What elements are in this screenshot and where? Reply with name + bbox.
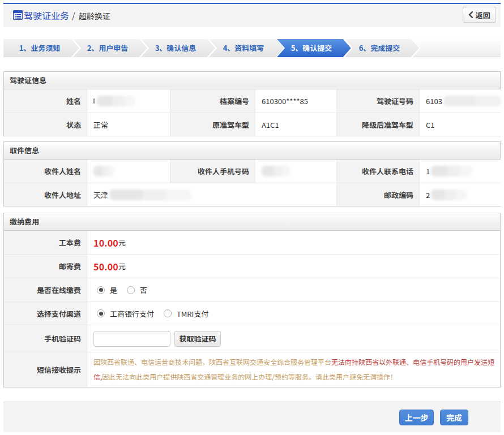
radio-yes[interactable] — [97, 286, 105, 294]
license-info-row: 状态 正常 原准驾车型 A1C1 降级后准驾车型 C1 — [4, 113, 500, 136]
wizard-step-4[interactable]: 4、资料填写 — [207, 39, 283, 57]
fee-row-sms-code: 手机验证码 获取验证码 — [4, 325, 500, 352]
finish-button[interactable]: 完成 — [440, 410, 468, 425]
field-value-card-fee: 10.00元 — [87, 231, 500, 254]
field-value-license-number: 6103 — [419, 89, 501, 113]
fees-panel: 缴纳费用 工本费 10.00元 邮寄费 50.00元 是否在线缴费 是 否 选择… — [3, 213, 501, 387]
pay-channel-option-icbc[interactable]: 工商银行支付 — [97, 308, 154, 319]
fee-row-pay-channel: 选择支付渠道 工商银行支付 TMRI支付 — [4, 302, 500, 325]
field-value-recipient-name — [87, 160, 170, 183]
step-wizard: 1、业务须知 2、用户申告 3、确认信息 4、资料填写 5、确认提交 6、完成提… — [3, 39, 501, 57]
wizard-step-5[interactable]: 5、确认提交 — [275, 39, 351, 57]
field-value-recipient-phone: 1 — [419, 160, 501, 183]
redacted-text — [443, 96, 501, 106]
back-button[interactable]: 返回 — [463, 7, 496, 23]
field-value-online-pay: 是 否 — [87, 278, 500, 302]
fee-row-card: 工本费 10.00元 — [4, 231, 500, 254]
breadcrumb-separator: / — [72, 4, 75, 27]
field-label-original-class: 原准驾车型 — [170, 113, 255, 136]
wizard-step-6[interactable]: 6、完成提交 — [343, 39, 419, 57]
wizard-step-2[interactable]: 2、用户申告 — [71, 39, 147, 57]
redacted-text — [431, 166, 472, 176]
field-label-sms-code: 手机验证码 — [4, 325, 87, 352]
field-value-postage-fee: 50.00元 — [87, 254, 500, 278]
field-label-license-number: 驾驶证号码 — [336, 89, 419, 113]
fee-row-postage: 邮寄费 50.00元 — [4, 254, 500, 278]
field-label-recipient-address: 收件人地址 — [4, 183, 87, 206]
license-info-panel-title: 驾驶证信息 — [4, 72, 500, 89]
field-label-recipient-mobile: 收件人手机号码 — [170, 160, 255, 183]
field-value-postal-code: 2 — [419, 183, 501, 206]
radio-no[interactable] — [127, 286, 135, 294]
pickup-info-row: 收件人地址 天津 邮政编码 2 — [4, 183, 500, 206]
field-label-online-pay: 是否在线缴费 — [4, 278, 87, 302]
footer-bar: 上一步 完成 — [3, 402, 501, 432]
wizard-step-3[interactable]: 3、确认信息 — [139, 39, 215, 57]
redacted-text — [431, 189, 467, 200]
field-label-status: 状态 — [4, 113, 87, 136]
fee-row-online-pay: 是否在线缴费 是 否 — [4, 278, 500, 302]
card-fee-unit: 元 — [118, 237, 126, 248]
redacted-text — [93, 98, 95, 104]
fee-row-sms-notice: 短信接收提示 因陕西省联通、电信运营商技术问题，陕西省互联网交通安全综合服务管理… — [4, 352, 500, 387]
postage-fee-amount: 50.00 — [93, 260, 118, 273]
license-info-row: 姓名 档案编号 610300****85 驾驶证号码 6103 — [4, 89, 500, 113]
field-label-recipient-phone: 收件人联系电话 — [336, 160, 419, 183]
pickup-info-row: 收件人姓名 收件人手机号码 收件人联系电话 1 — [4, 160, 500, 183]
field-label-recipient-name: 收件人姓名 — [4, 160, 87, 183]
postage-fee-unit: 元 — [118, 261, 126, 272]
field-value-recipient-address: 天津 — [87, 183, 336, 206]
field-label-sms-notice: 短信接收提示 — [4, 352, 87, 387]
field-label-pay-channel: 选择支付渠道 — [4, 302, 87, 325]
field-value-name — [87, 89, 170, 113]
field-value-pay-channel: 工商银行支付 TMRI支付 — [87, 302, 500, 325]
get-sms-code-button[interactable]: 获取验证码 — [174, 331, 221, 347]
field-value-downgraded-class: C1 — [419, 113, 501, 136]
online-pay-option-yes[interactable]: 是 — [97, 285, 117, 295]
pay-channel-option-tmri[interactable]: TMRI支付 — [164, 308, 208, 319]
redacted-text — [262, 166, 290, 176]
field-label-card-fee: 工本费 — [4, 231, 87, 254]
redacted-text — [109, 189, 191, 200]
page-header: 驾驶证业务 / 超龄换证 返回 — [3, 4, 501, 27]
fees-panel-title: 缴纳费用 — [4, 213, 500, 231]
field-label-file-number: 档案编号 — [170, 89, 255, 113]
radio-icbc[interactable] — [97, 309, 105, 317]
pickup-info-panel-title: 取件信息 — [4, 142, 500, 160]
radio-tmri[interactable] — [164, 309, 172, 317]
field-label-name: 姓名 — [4, 89, 87, 113]
page-title: 驾驶证业务 — [24, 4, 69, 27]
field-label-postal-code: 邮政编码 — [336, 183, 419, 206]
sms-code-input[interactable] — [93, 331, 170, 347]
back-button-label: 返回 — [475, 10, 490, 20]
pickup-info-panel: 取件信息 收件人姓名 收件人手机号码 收件人联系电话 1 收件人地址 天津 邮政… — [3, 141, 501, 206]
previous-step-button[interactable]: 上一步 — [399, 410, 434, 425]
license-info-panel: 驾驶证信息 姓名 档案编号 610300****85 驾驶证号码 6103 状态… — [3, 71, 501, 136]
field-value-status: 正常 — [87, 113, 170, 136]
card-fee-amount: 10.00 — [93, 236, 118, 249]
field-value-original-class: A1C1 — [255, 113, 336, 136]
sms-notice-text: 因陕西省联通、电信运营商技术问题，陕西省互联网交通安全综合服务管理平台无法向持陕… — [87, 352, 500, 387]
chevron-left-icon — [468, 11, 473, 18]
field-value-file-number: 610300****85 — [255, 89, 336, 113]
field-value-recipient-mobile — [255, 160, 336, 183]
field-value-sms-code: 获取验证码 — [87, 325, 500, 352]
redacted-text — [93, 166, 114, 176]
breadcrumb-current: 超龄换证 — [79, 4, 110, 27]
field-label-postage-fee: 邮寄费 — [4, 254, 87, 278]
form-list-icon — [13, 10, 23, 20]
field-label-downgraded-class: 降级后准驾车型 — [336, 113, 419, 136]
wizard-step-1[interactable]: 1、业务须知 — [3, 39, 79, 57]
online-pay-option-no[interactable]: 否 — [127, 285, 147, 295]
redacted-text — [97, 96, 135, 106]
